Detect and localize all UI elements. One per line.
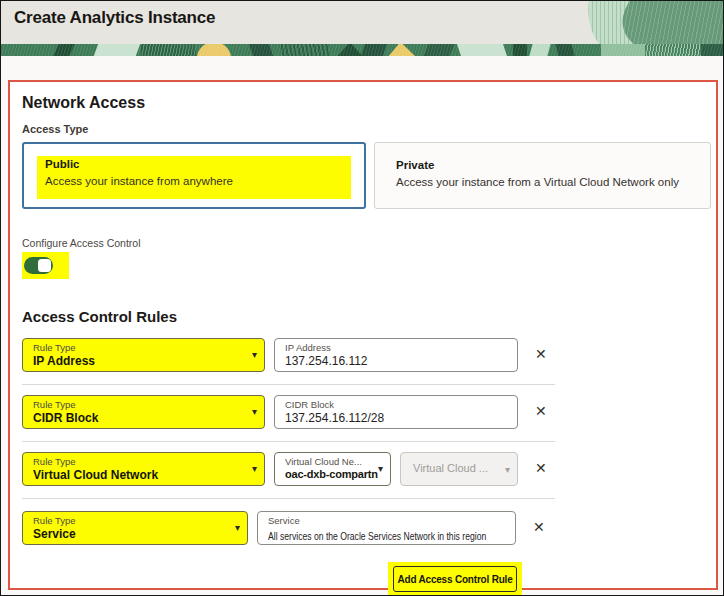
field-label: IP Address — [285, 342, 509, 353]
service-field[interactable]: Service All services on the Oracle Servi… — [257, 511, 516, 545]
access-control-rule-row: Rule Type Virtual Cloud Network ▾ Virtua… — [22, 452, 711, 486]
option-description: Access your instance from a Virtual Clou… — [396, 176, 696, 188]
remove-rule-button[interactable]: ✕ — [533, 461, 549, 475]
option-title: Private — [396, 159, 696, 171]
cidr-block-field[interactable]: CIDR Block 137.254.16.112/28 — [274, 395, 518, 429]
option-title: Public — [45, 158, 343, 170]
network-access-heading: Network Access — [22, 94, 711, 112]
select-value: Virtual Cloud Network — [33, 468, 242, 482]
option-description: Access your instance from anywhere — [45, 175, 343, 187]
select-label: Rule Type — [33, 456, 242, 467]
banner-shape — [456, 44, 507, 56]
select-label: Rule Type — [33, 342, 242, 353]
screenshot-root: Create Analytics Instance Network Access… — [0, 0, 724, 596]
field-value: 137.254.16.112 — [285, 354, 509, 368]
remove-rule-button[interactable]: ✕ — [531, 520, 547, 534]
chevron-down-icon: ▾ — [505, 465, 510, 475]
rule-type-select[interactable]: Rule Type CIDR Block ▾ — [22, 395, 265, 429]
access-control-rule-row: Rule Type Service ▾ Service All services… — [22, 511, 711, 545]
banner-shape — [52, 44, 75, 56]
banner-shape — [197, 44, 231, 56]
select-label: Rule Type — [33, 399, 242, 410]
field-label: Service — [268, 515, 507, 526]
banner-shape — [141, 44, 196, 56]
divider — [22, 441, 555, 442]
banner-shape — [387, 44, 417, 56]
banner-shape — [423, 44, 455, 56]
select-label: Rule Type — [33, 515, 225, 526]
access-control-rule-row: Rule Type CIDR Block ▾ CIDR Block 137.25… — [22, 395, 711, 429]
vcn-select[interactable]: Virtual Cloud Ne... oac-dxb-compartn ▾ — [274, 452, 391, 486]
select-value: oac-dxb-compartn — [285, 468, 370, 480]
banner-shape — [701, 44, 723, 56]
highlight-overlay: Add Access Control Rule — [388, 562, 522, 596]
select-value: IP Address — [33, 354, 242, 368]
decorative-banner — [1, 44, 723, 56]
highlight-overlay: Public Access your instance from anywher… — [37, 156, 351, 199]
chevron-down-icon: ▾ — [252, 407, 257, 417]
access-type-label: Access Type — [22, 123, 711, 135]
field-value: 137.254.16.112/28 — [285, 411, 509, 425]
access-type-option-public[interactable]: Public Access your instance from anywher… — [22, 142, 366, 209]
field-label: CIDR Block — [285, 399, 509, 410]
divider — [22, 498, 555, 499]
rule-type-select[interactable]: Rule Type IP Address ▾ — [22, 338, 265, 372]
chevron-down-icon: ▾ — [252, 464, 257, 474]
select-placeholder: Virtual Cloud ... — [413, 462, 495, 474]
banner-shape — [513, 44, 527, 56]
banner-shape — [529, 44, 551, 56]
rule-type-select[interactable]: Rule Type Virtual Cloud Network ▾ — [22, 452, 265, 486]
access-control-rule-row: Rule Type IP Address ▾ IP Address 137.25… — [22, 338, 711, 372]
banner-shape — [360, 44, 387, 56]
divider — [22, 384, 555, 385]
ip-address-field[interactable]: IP Address 137.254.16.112 — [274, 338, 518, 372]
select-value: Service — [33, 527, 225, 541]
rule-type-select[interactable]: Rule Type Service ▾ — [22, 511, 248, 545]
banner-shape — [93, 44, 141, 56]
highlight-overlay — [22, 252, 69, 279]
access-type-options: Public Access your instance from anywher… — [22, 142, 711, 209]
field-value: All services on the Oracle Services Netw… — [268, 530, 486, 542]
chevron-down-icon: ▾ — [235, 523, 240, 533]
select-label: Virtual Cloud Ne... — [285, 456, 370, 467]
chevron-down-icon: ▾ — [252, 350, 257, 360]
page-title: Create Analytics Instance — [1, 1, 723, 28]
banner-shape — [248, 44, 274, 56]
vcn-select-disabled: Virtual Cloud ... ▾ — [400, 452, 518, 486]
dialog-header: Create Analytics Instance — [1, 1, 723, 44]
access-type-option-private[interactable]: Private Access your instance from a Virt… — [374, 142, 711, 209]
configure-access-control-toggle[interactable] — [24, 257, 53, 274]
chevron-down-icon: ▾ — [378, 464, 383, 474]
remove-rule-button[interactable]: ✕ — [533, 404, 549, 418]
dialog-body: Network Access Access Type Public Access… — [1, 56, 723, 596]
banner-shape — [555, 44, 575, 56]
add-access-control-rule-button[interactable]: Add Access Control Rule — [393, 566, 517, 592]
button-row: Add Access Control Rule — [22, 562, 711, 596]
banner-shape — [601, 44, 645, 56]
configure-access-control-label: Configure Access Control — [22, 237, 711, 249]
banner-shape — [281, 44, 329, 56]
toggle-knob — [38, 259, 51, 272]
annotation-highlight-box: Network Access Access Type Public Access… — [8, 80, 718, 590]
banner-shape — [336, 44, 364, 56]
access-control-rules-heading: Access Control Rules — [22, 308, 711, 325]
banner-shape — [645, 44, 701, 56]
select-value: CIDR Block — [33, 411, 242, 425]
remove-rule-button[interactable]: ✕ — [533, 347, 549, 361]
